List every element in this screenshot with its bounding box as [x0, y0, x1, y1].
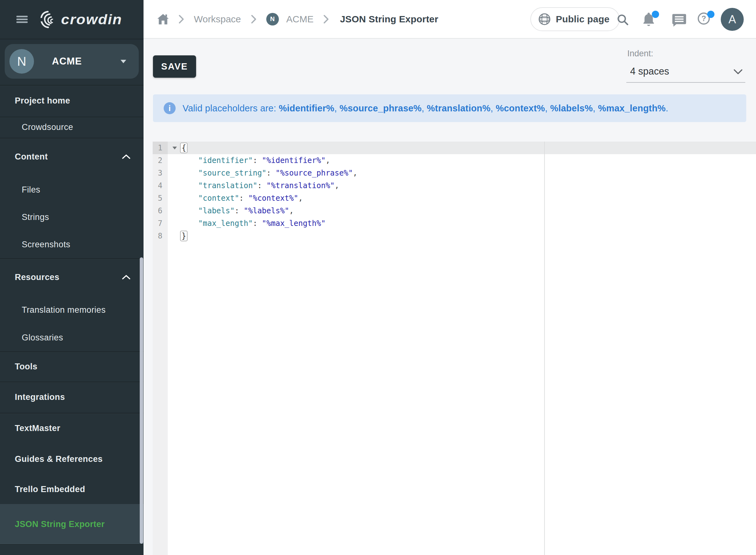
crowdin-logo[interactable]: crowdin — [38, 9, 122, 30]
sidebar-item-label: Project home — [15, 96, 70, 106]
sidebar-item-textmaster[interactable]: TextMaster — [0, 413, 143, 443]
chevron-down-icon — [733, 69, 743, 75]
main-content: SAVE Indent: 4 spaces i Valid placeholde… — [143, 39, 756, 555]
breadcrumb-project[interactable]: ACME — [286, 14, 314, 25]
topbar: Workspace N ACME JSON String Exporter Pu… — [143, 0, 756, 39]
chevron-down-icon — [121, 60, 126, 63]
sidebar-item-label: Glossaries — [22, 333, 63, 343]
code-editor[interactable]: 12345678 { "identifier": "%identifier%",… — [153, 141, 756, 555]
code-line: "source_string": "%source_phrase%", — [180, 167, 358, 179]
line-number: 3 — [153, 167, 168, 179]
crowdin-logo-text: crowdin — [61, 11, 122, 28]
sidebar-item-crowdsource[interactable]: Crowdsource — [0, 117, 143, 138]
fold-toggle-icon[interactable] — [172, 146, 177, 150]
workspace-switcher[interactable]: N ACME — [5, 44, 139, 79]
sidebar-item-guides-references[interactable]: Guides & References — [0, 443, 143, 474]
project-badge: N — [266, 13, 279, 26]
workspace-avatar: N — [9, 49, 34, 74]
sidebar-item-label: JSON String Exporter — [15, 519, 105, 529]
info-icon: i — [164, 102, 176, 114]
sidebar-item-json-string-exporter[interactable]: JSON String Exporter — [0, 504, 143, 544]
svg-text:?: ? — [702, 14, 706, 23]
sidebar-item-label: Translation memories — [22, 305, 106, 315]
crowdin-logo-icon — [38, 9, 59, 30]
sidebar-item-resources[interactable]: Resources — [0, 258, 143, 296]
code-line: "context": "%context%", — [180, 192, 303, 205]
sidebar-item-strings[interactable]: Strings — [0, 204, 143, 230]
indent-selected-value: 4 spaces — [630, 66, 669, 77]
sidebar-item-tools[interactable]: Tools — [0, 351, 143, 382]
info-banner: i Valid placeholders are: %identifier%, … — [153, 94, 746, 122]
sidebar-item-content[interactable]: Content — [0, 138, 143, 176]
sidebar-item-label: Files — [22, 185, 40, 195]
home-icon[interactable] — [157, 14, 169, 25]
indent-select[interactable]: 4 spaces — [626, 63, 745, 83]
line-number: 6 — [153, 205, 168, 217]
line-number: 7 — [153, 217, 168, 230]
sidebar-item-label: Project settings — [15, 554, 81, 555]
sidebar-item-label: Resources — [15, 272, 59, 282]
sidebar-item-label: Screenshots — [22, 240, 70, 250]
breadcrumb: Workspace N ACME JSON String Exporter — [157, 0, 438, 38]
editor-ruler — [544, 141, 545, 555]
notification-badge-dot — [652, 11, 659, 18]
sidebar-item-screenshots[interactable]: Screenshots — [0, 230, 143, 258]
user-avatar[interactable]: A — [721, 8, 744, 31]
sidebar-item-label: Tools — [15, 362, 37, 372]
active-line-highlight — [153, 141, 756, 154]
sidebar-item-label: Strings — [22, 212, 49, 222]
collapse-up-icon[interactable] — [122, 275, 130, 280]
line-number: 2 — [153, 154, 168, 167]
save-button[interactable]: SAVE — [153, 55, 196, 78]
sidebar: crowdin N ACME Project homeCrowdsourceCo… — [0, 0, 143, 555]
page-title: JSON String Exporter — [340, 14, 438, 25]
sidebar-item-label: Guides & References — [15, 454, 102, 464]
line-number: 4 — [153, 179, 168, 192]
chat-icon[interactable] — [672, 13, 686, 27]
line-number: 5 — [153, 192, 168, 205]
line-number: 1 — [153, 141, 168, 154]
sidebar-item-project-home[interactable]: Project home — [0, 85, 143, 117]
sidebar-item-trello-embedded[interactable]: Trello Embedded — [0, 474, 143, 504]
app-root: crowdin N ACME Project homeCrowdsourceCo… — [0, 0, 756, 555]
code-line: "labels": "%labels%", — [180, 205, 294, 217]
public-page-button[interactable]: Public page — [530, 7, 620, 31]
chevron-right-icon — [323, 14, 329, 24]
code-line: "max_length": "%max_length%" — [180, 217, 326, 230]
globe-icon — [538, 12, 551, 26]
line-number: 8 — [153, 230, 168, 242]
search-icon[interactable] — [617, 14, 629, 26]
indent-label: Indent: — [627, 49, 654, 58]
hamburger-menu-icon[interactable] — [16, 16, 28, 23]
help-badge-dot — [707, 11, 714, 18]
sidebar-item-label: TextMaster — [15, 424, 60, 433]
sidebar-item-label: Content — [15, 152, 48, 162]
sidebar-item-label: Integrations — [15, 392, 65, 402]
code-line: "translation": "%translation%", — [180, 179, 339, 192]
sidebar-item-label: Crowdsource — [22, 122, 73, 132]
sidebar-item-label: Trello Embedded — [15, 484, 85, 494]
breadcrumb-workspace[interactable]: Workspace — [194, 14, 241, 25]
sidebar-item-project-settings[interactable]: Project settings — [0, 546, 143, 555]
collapse-up-icon[interactable] — [122, 154, 130, 159]
code-line: { — [180, 141, 187, 154]
sidebar-item-integrations[interactable]: Integrations — [0, 382, 143, 413]
help-button[interactable]: ? — [697, 12, 711, 27]
sidebar-item-glossaries[interactable]: Glossaries — [0, 324, 143, 351]
sidebar-item-translation-memories[interactable]: Translation memories — [0, 296, 143, 324]
notifications-button[interactable] — [642, 12, 656, 27]
code-line: } — [180, 230, 187, 242]
public-page-label: Public page — [556, 14, 610, 25]
banner-text: Valid placeholders are: %identifier%, %s… — [182, 94, 668, 122]
sidebar-header: crowdin — [0, 0, 143, 39]
chevron-right-icon — [251, 14, 257, 24]
code-line: "identifier": "%identifier%", — [180, 154, 330, 167]
sidebar-scrollbar[interactable] — [140, 257, 143, 544]
sidebar-item-files[interactable]: Files — [0, 176, 143, 204]
workspace-name: ACME — [52, 56, 82, 67]
chevron-right-icon — [178, 14, 184, 24]
divider — [0, 544, 143, 545]
